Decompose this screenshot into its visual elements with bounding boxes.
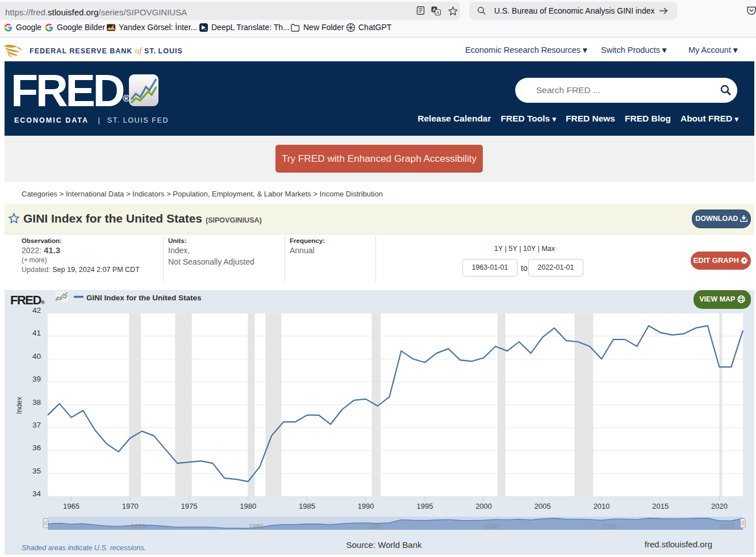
svg-text:38: 38 <box>32 398 41 407</box>
svg-text:35: 35 <box>32 467 41 475</box>
svg-text:39: 39 <box>32 375 41 383</box>
svg-text:40: 40 <box>32 352 41 361</box>
svg-text:2020: 2020 <box>711 502 728 510</box>
svg-text:Index: Index <box>15 396 23 414</box>
svg-text:2005: 2005 <box>534 502 551 510</box>
svg-text:1995: 1995 <box>416 502 433 510</box>
svg-text:1975: 1975 <box>181 502 197 510</box>
svg-text:1990: 1990 <box>358 502 374 510</box>
svg-text:2010: 2010 <box>602 523 617 530</box>
svg-text:41: 41 <box>32 329 41 337</box>
svg-text:2020: 2020 <box>720 523 735 530</box>
svg-text:1980: 1980 <box>240 502 256 510</box>
svg-text:2010: 2010 <box>594 502 610 510</box>
svg-text:36: 36 <box>32 443 41 452</box>
svg-text:1965: 1965 <box>63 502 80 510</box>
svg-text:1985: 1985 <box>299 502 315 510</box>
svg-text:1970: 1970 <box>131 523 145 530</box>
svg-text:2000: 2000 <box>484 523 499 530</box>
svg-text:37: 37 <box>32 421 41 429</box>
svg-text:34: 34 <box>32 489 41 498</box>
svg-text:a: a <box>437 10 440 15</box>
svg-text:1970: 1970 <box>122 502 139 510</box>
svg-text:1980: 1980 <box>249 523 264 530</box>
svg-text:1990: 1990 <box>366 523 381 530</box>
svg-text:2000: 2000 <box>475 502 492 510</box>
svg-text:42: 42 <box>32 306 41 315</box>
svg-text:2015: 2015 <box>652 502 669 510</box>
